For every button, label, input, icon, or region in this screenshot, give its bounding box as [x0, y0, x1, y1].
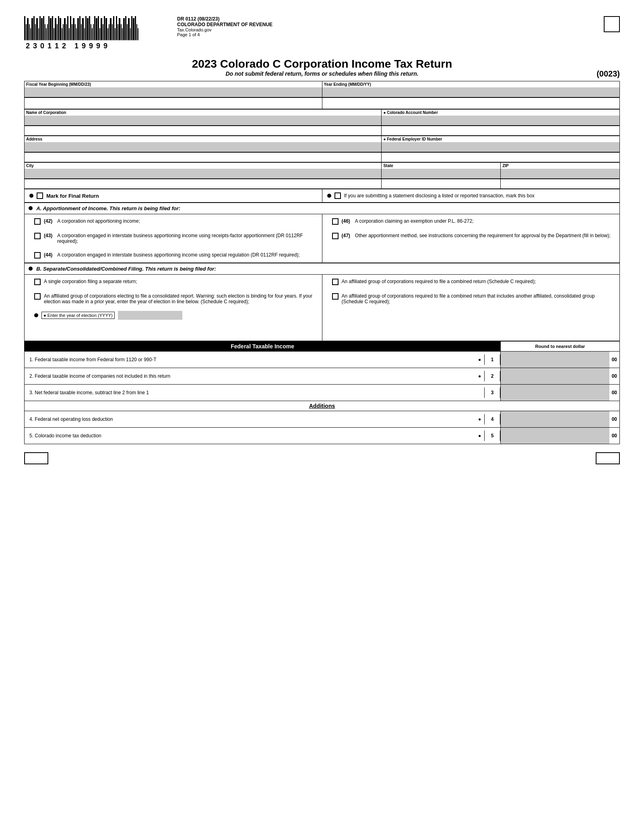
- line-3-text: 3. Net federal taxable income, subtract …: [25, 387, 478, 398]
- option-46-text: A corporation claiming an exemption unde…: [355, 218, 474, 224]
- zip-label: ZIP: [501, 163, 619, 169]
- round-label: Round to nearest dollar: [501, 341, 620, 352]
- option-44-num: (44): [44, 252, 52, 258]
- header-info: DR 0112 (08/22/23) COLORADO DEPARTMENT O…: [161, 16, 596, 37]
- final-return-bullet: [29, 194, 33, 198]
- dr-number: DR 0112 (08/22/23): [177, 16, 596, 22]
- employer-id-input[interactable]: [382, 142, 619, 152]
- state-label: State: [382, 163, 500, 169]
- option-42-num: (42): [44, 218, 52, 224]
- account-number-label: ● Colorado Account Number: [382, 110, 619, 116]
- option-47-num: (47): [342, 233, 350, 238]
- option-46-num: (46): [342, 218, 350, 224]
- line-3-amount: 00: [609, 390, 619, 395]
- fiscal-year-beginning-input[interactable]: [25, 87, 322, 97]
- line-5-text: 5. Colorado income tax deduction: [25, 430, 475, 441]
- option-43-text: A corporation engaged in interstate busi…: [57, 233, 317, 244]
- additions-header: Additions: [25, 401, 620, 411]
- form-code: (0023): [597, 69, 620, 79]
- zip-input[interactable]: [501, 169, 619, 178]
- consolidated-text: An affiliated group of corporations elec…: [44, 293, 317, 304]
- statement-bullet: [327, 194, 331, 198]
- combined-required-text: An affiliated group of corporations requ…: [342, 279, 536, 284]
- state-input[interactable]: [382, 169, 500, 178]
- corp-name-input[interactable]: [25, 116, 381, 125]
- option-43-num: (43): [44, 233, 52, 238]
- line-1-num: 1: [484, 354, 500, 365]
- option-42-checkbox[interactable]: [34, 218, 41, 225]
- election-year-label: ● Enter the year of election (YYYY): [41, 312, 115, 319]
- fiscal-year-beginning-label: Fiscal Year Beginning (MM/DD/23): [25, 81, 322, 87]
- statement-checkbox[interactable]: [334, 192, 341, 199]
- federal-taxable-income-header: Federal Taxable Income: [25, 341, 501, 352]
- single-corp-text: A single corporation filing a separate r…: [44, 279, 137, 284]
- line-1-text: 1. Federal taxable income from Federal f…: [25, 354, 475, 365]
- city-input[interactable]: [25, 169, 381, 178]
- page-info: Page 1 of 4: [177, 32, 596, 37]
- line-2-amount: 00: [609, 373, 619, 379]
- barcode-image: [24, 16, 161, 40]
- section-a-title: A. Apportionment of Income. This return …: [36, 205, 180, 211]
- option-43-checkbox[interactable]: [34, 233, 41, 239]
- employer-id-label: ● Federal Employer ID Number: [382, 136, 619, 142]
- page-footer: [24, 448, 620, 464]
- subtitle: Do not submit federal return, forms or s…: [225, 70, 418, 77]
- dept-name: COLORADO DEPARTMENT OF REVENUE: [177, 22, 596, 27]
- page-title: 2023 Colorado C Corporation Income Tax R…: [24, 58, 620, 70]
- combined-another-checkbox[interactable]: [332, 293, 339, 300]
- line-4-num: 4: [484, 414, 500, 424]
- line-3-num: 3: [484, 387, 500, 398]
- footer-left-box: [24, 452, 48, 464]
- corner-box: [604, 16, 620, 32]
- barcode-area: 230112 19999: [24, 16, 161, 50]
- option-46-checkbox[interactable]: [332, 218, 339, 225]
- line-2-text: 2. Federal taxable income of companies n…: [25, 371, 475, 381]
- combined-required-checkbox[interactable]: [332, 279, 339, 285]
- final-return-checkbox[interactable]: [37, 192, 43, 199]
- line-5-amount: 00: [609, 433, 619, 439]
- line-4-amount: 00: [609, 416, 619, 422]
- option-44-text: A corporation engaged in interstate busi…: [57, 252, 299, 258]
- account-number-input[interactable]: [382, 116, 619, 125]
- option-42-text: A corporation not apportioning income;: [57, 218, 140, 224]
- website: Tax.Colorado.gov: [177, 27, 596, 32]
- address-label: Address: [25, 136, 381, 142]
- section-a-bullet: [29, 206, 33, 210]
- section-b-title: B. Separate/Consolidated/Combined Filing…: [36, 266, 216, 272]
- single-corp-checkbox[interactable]: [34, 279, 41, 285]
- fiscal-year-ending-label: Year Ending (MM/DD/YY): [322, 81, 620, 87]
- election-year-bullet: [34, 313, 38, 317]
- option-44-checkbox[interactable]: [34, 252, 41, 259]
- combined-another-text: An affiliated group of corporations requ…: [342, 293, 615, 304]
- line-5-bullet: ●: [475, 433, 484, 439]
- statement-label: If you are submitting a statement disclo…: [344, 193, 535, 199]
- corp-name-label: Name of Corporation: [25, 110, 381, 116]
- title-section: 2023 Colorado C Corporation Income Tax R…: [24, 58, 620, 77]
- line-5-num: 5: [484, 430, 500, 441]
- fiscal-year-ending-input[interactable]: [322, 87, 620, 97]
- footer-right-box: [596, 452, 620, 464]
- line-1-amount: 00: [609, 357, 619, 362]
- line-4-text: 4. Federal net operating loss deduction: [25, 414, 475, 424]
- final-return-label: Mark for Final Return: [46, 193, 99, 199]
- barcode-number: 230112 19999: [26, 42, 161, 50]
- line-1-bullet: ●: [475, 357, 484, 362]
- section-b-bullet: [29, 267, 33, 271]
- line-2-num: 2: [484, 371, 500, 381]
- city-label: City: [25, 163, 381, 169]
- consolidated-checkbox[interactable]: [34, 293, 41, 300]
- line-4-bullet: ●: [475, 416, 484, 422]
- address-input[interactable]: [25, 142, 381, 152]
- election-year-input[interactable]: [118, 311, 182, 320]
- line-2-bullet: ●: [475, 373, 484, 379]
- option-47-checkbox[interactable]: [332, 233, 339, 239]
- option-47-text: Other apportionment method, see instruct…: [355, 233, 611, 238]
